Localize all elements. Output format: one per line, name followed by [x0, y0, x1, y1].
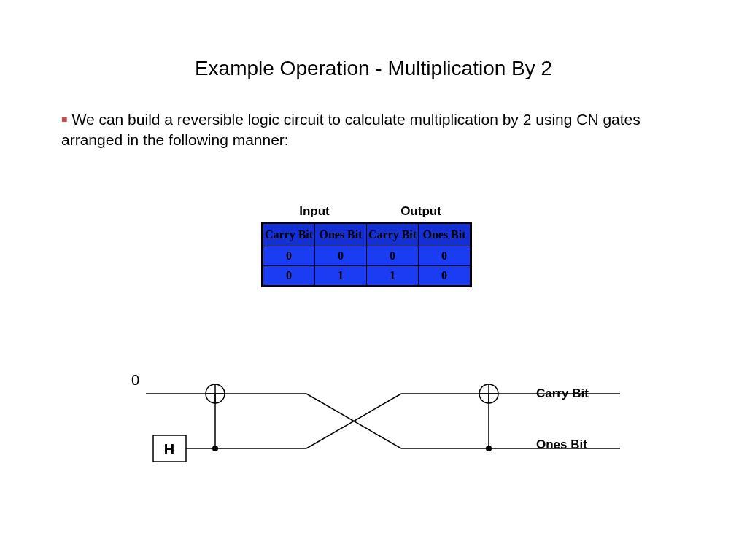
table-cell: 0	[263, 246, 315, 265]
input-label: Input	[261, 204, 368, 219]
truth-table-block: Input Output Carry Bit Ones Bit Carry Bi…	[261, 204, 474, 287]
table-header: Carry Bit	[263, 223, 315, 246]
table-cell: 0	[367, 246, 419, 265]
circuit-diagram: H	[109, 365, 635, 481]
table-cell: 0	[419, 265, 471, 286]
output-label: Output	[368, 204, 474, 219]
svg-point-12	[486, 446, 492, 451]
table-cell: 1	[315, 265, 367, 286]
body-text: We can build a reversible logic circuit …	[61, 111, 640, 148]
slide-title: Example Operation - Multiplication By 2	[0, 57, 747, 80]
h-gate-label: H	[164, 441, 174, 457]
table-cell: 0	[263, 265, 315, 286]
table-cell: 0	[419, 246, 471, 265]
body-paragraph: ■We can build a reversible logic circuit…	[61, 109, 686, 151]
table-header: Carry Bit	[367, 223, 419, 246]
table-cell: 1	[367, 265, 419, 286]
svg-point-7	[212, 446, 218, 451]
truth-table: Carry Bit Ones Bit Carry Bit Ones Bit 0 …	[261, 222, 472, 287]
table-cell: 0	[315, 246, 367, 265]
table-header: Ones Bit	[315, 223, 367, 246]
bullet-icon: ■	[61, 113, 67, 125]
table-header: Ones Bit	[419, 223, 471, 246]
